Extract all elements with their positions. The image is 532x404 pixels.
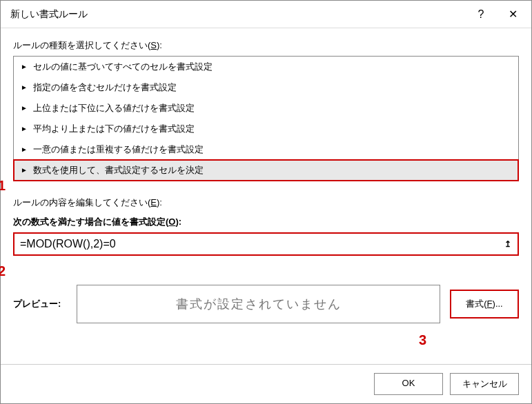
bullet-icon: ► [21, 146, 28, 153]
rule-type-item[interactable]: ► 一意の値または重複する値だけを書式設定 [14, 139, 518, 160]
dialog-title: 新しい書式ルール [10, 8, 465, 21]
format-button[interactable]: 書式(F)... [450, 290, 519, 319]
bullet-icon: ► [21, 125, 28, 132]
bullet-icon: ► [21, 63, 28, 70]
rule-type-item[interactable]: ► 平均より上または下の値だけを書式設定 [14, 119, 518, 139]
cancel-button[interactable]: キャンセル [450, 373, 519, 395]
rule-type-text: 指定の値を含むセルだけを書式設定 [33, 81, 177, 94]
rule-type-text: 一意の値または重複する値だけを書式設定 [33, 143, 204, 156]
rule-type-text: セルの値に基づいてすべてのセルを書式設定 [33, 61, 213, 73]
formula-row: ↥ [13, 232, 519, 256]
bullet-icon: ► [21, 84, 28, 91]
rule-type-label: ルールの種類を選択してください(S): [13, 39, 519, 52]
help-button[interactable]: ? [465, 1, 497, 28]
new-format-rule-dialog: 新しい書式ルール ? ✕ 1 2 3 ルールの種類を選択してください(S): ►… [0, 0, 532, 404]
rule-type-item[interactable]: ► 指定の値を含むセルだけを書式設定 [14, 77, 518, 98]
annotation-1: 1 [0, 178, 6, 194]
collapse-dialog-icon[interactable]: ↥ [501, 238, 515, 250]
formula-input[interactable] [17, 236, 498, 252]
annotation-2: 2 [0, 263, 6, 279]
dialog-content: 1 2 3 ルールの種類を選択してください(S): ► セルの値に基づいてすべて… [1, 28, 531, 364]
formula-label: 次の数式を満たす場合に値を書式設定(O): [13, 216, 519, 228]
edit-label: ルールの内容を編集してください(E): [13, 196, 519, 209]
rule-type-item-selected[interactable]: ► 数式を使用して、書式設定するセルを決定 [14, 160, 518, 181]
rule-type-item[interactable]: ► 上位または下位に入る値だけを書式設定 [14, 98, 518, 119]
bullet-icon: ► [21, 105, 28, 112]
rule-type-list: ► セルの値に基づいてすべてのセルを書式設定 ► 指定の値を含むセルだけを書式設… [13, 56, 519, 181]
rule-type-text: 上位または下位に入る値だけを書式設定 [33, 102, 195, 114]
preview-row: プレビュー: 書式が設定されていません 書式(F)... [13, 285, 519, 323]
rule-type-item[interactable]: ► セルの値に基づいてすべてのセルを書式設定 [14, 57, 518, 77]
ok-button[interactable]: OK [374, 373, 443, 395]
titlebar: 新しい書式ルール ? ✕ [1, 1, 531, 28]
close-button[interactable]: ✕ [497, 1, 529, 28]
preview-box: 書式が設定されていません [77, 285, 440, 323]
rule-type-text: 数式を使用して、書式設定するセルを決定 [33, 164, 204, 176]
rule-type-text: 平均より上または下の値だけを書式設定 [33, 123, 195, 135]
dialog-footer: OK キャンセル [1, 364, 531, 403]
preview-label: プレビュー: [13, 298, 67, 310]
bullet-icon: ► [21, 167, 28, 174]
annotation-3: 3 [419, 332, 426, 348]
edit-section: ルールの内容を編集してください(E): 次の数式を満たす場合に値を書式設定(O)… [13, 196, 519, 323]
